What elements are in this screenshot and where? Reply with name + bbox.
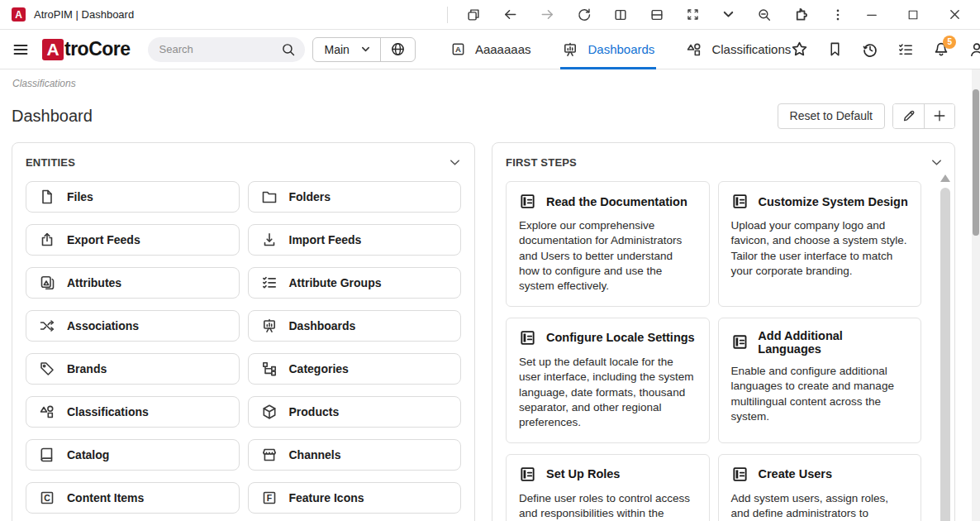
reset-to-default-button[interactable]: Reset to Default xyxy=(778,103,885,129)
extensions-icon[interactable] xyxy=(793,7,809,22)
chevron-down-icon[interactable] xyxy=(721,7,735,22)
card-title: Configure Locale Settings xyxy=(546,331,695,344)
breadcrumb[interactable]: Classifications xyxy=(12,78,76,89)
first-steps-panel: FIRST STEPS Read the Documentation Explo… xyxy=(492,142,955,521)
entity-button-attributes[interactable]: Attributes xyxy=(26,267,240,299)
entity-button-brands[interactable]: Brands xyxy=(26,353,240,385)
entity-button-associations[interactable]: Associations xyxy=(26,310,240,342)
card-title: Customize System Design xyxy=(759,195,908,208)
first-steps-panel-title: FIRST STEPS xyxy=(506,156,577,169)
entity-label: Import Feeds xyxy=(289,233,362,246)
entity-label: Channels xyxy=(289,448,341,461)
tab-aaaaaaas[interactable]: A Aaaaaaas xyxy=(450,30,531,69)
card-body: Upload your company logo and favicon, an… xyxy=(731,218,909,279)
globe-icon[interactable] xyxy=(381,41,415,57)
entity-label: Products xyxy=(289,405,340,418)
entity-label: Attributes xyxy=(67,276,121,289)
entity-button-content-items[interactable]: C Content Items xyxy=(26,482,240,514)
entity-button-channels[interactable]: Channels xyxy=(248,439,462,471)
attributes-layers-icon xyxy=(39,275,55,291)
window-scrollbar[interactable] xyxy=(972,69,980,521)
menu-kebab-icon[interactable] xyxy=(830,7,845,22)
forward-icon[interactable] xyxy=(540,7,555,22)
shapes-icon xyxy=(686,41,702,58)
card-body: Set up the default locale for the user i… xyxy=(519,355,697,431)
boxed-f-icon: F xyxy=(261,490,278,506)
article-icon xyxy=(731,193,749,210)
card-title: Create Users xyxy=(759,467,832,480)
article-icon xyxy=(731,333,749,351)
dashboard-easel-icon xyxy=(261,318,278,334)
entity-button-products[interactable]: Products xyxy=(248,396,462,428)
entity-button-catalog[interactable]: Catalog xyxy=(26,439,240,471)
tree-icon xyxy=(261,361,278,377)
first-steps-card-users[interactable]: Create Users Add system users, assign ro… xyxy=(718,454,922,521)
reload-icon[interactable] xyxy=(577,7,592,22)
first-steps-card-languages[interactable]: Add Additional Languages Enable and conf… xyxy=(718,318,922,443)
favorites-star-icon[interactable] xyxy=(791,41,808,58)
panel-scrollbar-thumb[interactable] xyxy=(940,188,950,521)
article-icon xyxy=(731,466,749,483)
duplicate-tab-icon[interactable] xyxy=(466,7,481,22)
scroll-up-arrow-icon[interactable] xyxy=(940,174,950,182)
entity-button-classifications[interactable]: Classifications xyxy=(26,396,240,428)
search-icon[interactable] xyxy=(281,42,296,57)
atrocore-logo[interactable]: A troCore xyxy=(42,38,131,60)
entities-panel-title: ENTITIES xyxy=(26,156,75,169)
tab-dashboards[interactable]: Dashboards xyxy=(562,30,654,69)
card-body: Define user roles to control access and … xyxy=(519,491,697,521)
card-title: Set Up Roles xyxy=(546,467,620,480)
add-plus-button[interactable] xyxy=(924,104,954,128)
entity-button-dashboards[interactable]: Dashboards xyxy=(248,310,462,342)
minimize-icon[interactable] xyxy=(865,8,878,22)
panel-scrollbar[interactable] xyxy=(940,174,950,521)
split-horizontal-icon[interactable] xyxy=(649,7,664,22)
entity-label: Associations xyxy=(67,319,139,332)
split-vertical-icon[interactable] xyxy=(613,7,628,22)
history-icon[interactable] xyxy=(862,41,878,58)
dashboard-easel-icon xyxy=(562,41,578,58)
export-arrow-icon xyxy=(39,232,55,248)
card-body: Add system users, assign roles, and defi… xyxy=(731,491,909,521)
entity-button-categories[interactable]: Categories xyxy=(248,353,462,385)
notifications-bell-icon[interactable]: 5 xyxy=(933,41,949,58)
tab-classifications[interactable]: Classifications xyxy=(686,30,791,69)
tasks-checklist-icon[interactable] xyxy=(897,41,914,58)
hamburger-menu-icon[interactable] xyxy=(12,41,29,58)
notification-badge: 5 xyxy=(943,36,956,49)
back-icon[interactable] xyxy=(502,7,518,22)
collapse-chevron-icon[interactable] xyxy=(449,156,461,169)
logo-a-mark: A xyxy=(42,39,64,60)
fullscreen-icon[interactable] xyxy=(686,7,700,22)
first-steps-card-roles[interactable]: Set Up Roles Define user roles to contro… xyxy=(506,454,710,521)
entity-button-feature-icons[interactable]: F Feature Icons xyxy=(248,482,462,514)
svg-text:F: F xyxy=(266,493,272,503)
entity-button-folders[interactable]: Folders xyxy=(248,181,462,213)
card-title: Read the Documentation xyxy=(546,195,687,208)
entity-button-attribute-groups[interactable]: Attribute Groups xyxy=(248,267,462,299)
workspace-select[interactable]: Main xyxy=(313,43,380,56)
edit-pencil-button[interactable] xyxy=(893,104,924,128)
close-icon[interactable] xyxy=(948,7,962,22)
window-scrollbar-thumb[interactable] xyxy=(973,89,979,236)
user-profile-icon[interactable] xyxy=(968,41,980,58)
boxed-a-icon: A xyxy=(450,41,466,57)
workspace-switcher: Main xyxy=(312,37,416,62)
entity-label: Catalog xyxy=(67,448,109,461)
tab-label: Dashboards xyxy=(588,42,654,56)
entity-button-import-feeds[interactable]: Import Feeds xyxy=(248,224,462,256)
first-steps-card-system-design[interactable]: Customize System Design Upload your comp… xyxy=(718,181,922,307)
chevron-down-icon xyxy=(361,45,370,54)
entity-label: Classifications xyxy=(67,405,149,418)
entity-label: Files xyxy=(67,190,93,203)
zoom-icon[interactable] xyxy=(757,7,772,22)
package-box-icon xyxy=(261,404,278,420)
entity-label: Feature Icons xyxy=(289,491,364,504)
collapse-chevron-icon[interactable] xyxy=(930,156,943,169)
entity-button-export-feeds[interactable]: Export Feeds xyxy=(26,224,240,256)
first-steps-card-documentation[interactable]: Read the Documentation Explore our compr… xyxy=(506,181,710,307)
entity-button-files[interactable]: Files xyxy=(26,181,240,213)
maximize-icon[interactable] xyxy=(906,8,920,22)
first-steps-card-locale-settings[interactable]: Configure Locale Settings Set up the def… xyxy=(506,318,710,443)
bookmark-icon[interactable] xyxy=(827,41,843,57)
